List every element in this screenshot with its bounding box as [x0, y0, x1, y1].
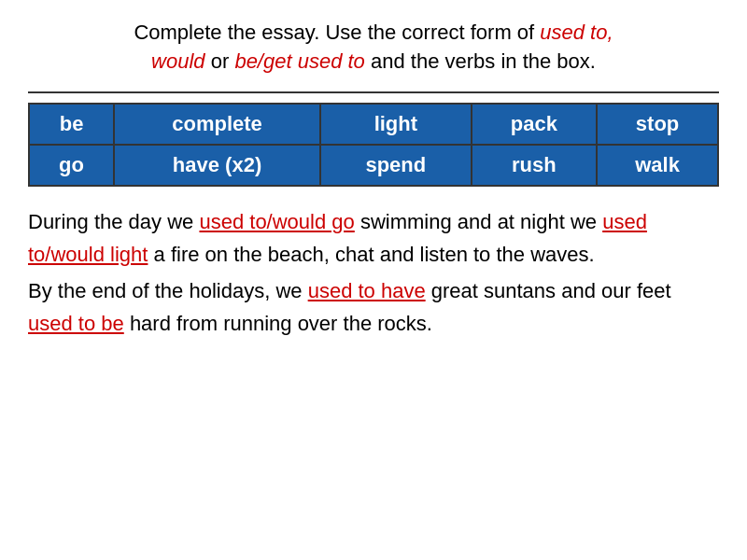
instruction-text-or: or	[211, 49, 235, 73]
essay-p2-answer2: used to be	[28, 312, 124, 335]
word-cell-have: have (x2)	[114, 145, 320, 186]
essay-paragraph-2: By the end of the holidays, we used to h…	[28, 274, 719, 340]
word-cell-stop: stop	[597, 104, 718, 145]
essay-p1-before1: During the day we	[28, 210, 193, 233]
word-cell-be: be	[29, 104, 114, 145]
essay-p2-between1: great suntans and our feet	[431, 279, 671, 302]
word-cell-complete: complete	[114, 104, 320, 145]
instruction-italic-3: be/get used to	[234, 49, 364, 73]
word-cell-go: go	[29, 145, 114, 186]
word-row-2: go have (x2) spend rush walk	[29, 145, 718, 186]
word-cell-pack: pack	[472, 104, 597, 145]
instruction-italic-1: used to,	[540, 21, 613, 44]
essay-p1-answer1: used to/would go	[199, 210, 354, 233]
essay-block: During the day we used to/would go swimm…	[28, 205, 719, 341]
word-cell-spend: spend	[320, 145, 472, 186]
essay-p2-before1: By the end of the holidays, we	[28, 279, 303, 302]
essay-p1-between1: swimming and at night we	[360, 210, 597, 233]
essay-p2-answer1: used to have	[308, 279, 426, 302]
word-cell-walk: walk	[597, 145, 718, 186]
instruction-text-2: and the verbs in the box.	[371, 49, 596, 73]
divider-line	[28, 91, 719, 93]
word-row-1: be complete light pack stop	[29, 104, 718, 145]
word-cell-light: light	[320, 104, 472, 145]
word-cell-rush: rush	[472, 145, 597, 186]
essay-p2-after1: hard from running over the rocks.	[130, 312, 432, 335]
essay-paragraph-1: During the day we used to/would go swimm…	[28, 205, 719, 271]
instruction-text-1: Complete the essay. Use the correct form…	[134, 21, 534, 44]
instruction-italic-2: would	[151, 49, 204, 73]
word-box-table: be complete light pack stop go have (x2)…	[28, 103, 719, 187]
essay-p1-after1: a fire on the beach, chat and listen to …	[154, 243, 595, 266]
instruction-block: Complete the essay. Use the correct form…	[28, 19, 719, 77]
